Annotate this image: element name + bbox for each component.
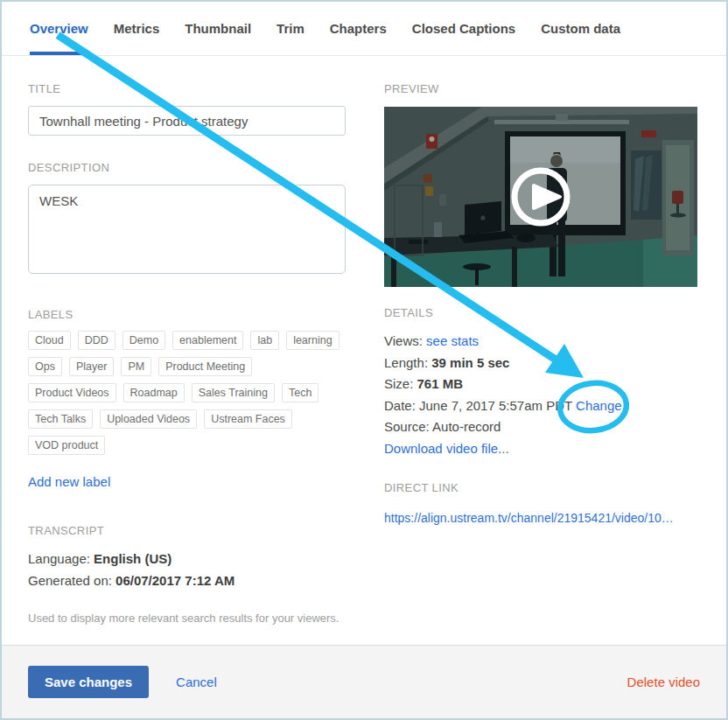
chip-row: Product Videos Roadmap Sales Training Te… bbox=[28, 383, 346, 402]
video-thumbnail-art bbox=[384, 107, 697, 287]
labels-chip-list: Cloud DDD Demo enablement lab learning O… bbox=[28, 331, 346, 455]
right-column: PREVIEW bbox=[384, 77, 697, 525]
label-chip[interactable]: Roadmap bbox=[123, 383, 185, 402]
date-label: Date: bbox=[384, 398, 419, 413]
title-input[interactable] bbox=[28, 106, 346, 136]
label-chip[interactable]: Demo bbox=[122, 331, 165, 350]
label-chip[interactable]: Tech Talks bbox=[28, 409, 93, 429]
label-chip[interactable]: enablement bbox=[172, 331, 243, 350]
direct-link-url[interactable]: https://align.ustream.tv/channel/2191542… bbox=[384, 511, 697, 525]
tab-closed-captions[interactable]: Closed Captions bbox=[412, 2, 515, 55]
label-chip[interactable]: Product Videos bbox=[28, 383, 116, 402]
source-label: Source: bbox=[384, 419, 432, 434]
footer-bar: Save changes Cancel Delete video bbox=[2, 645, 726, 718]
left-column: TITLE DESCRIPTION WESK LABELS Cloud DDD … bbox=[28, 77, 346, 625]
label-chip[interactable]: Tech bbox=[282, 383, 318, 402]
tab-custom-data[interactable]: Custom data bbox=[541, 2, 620, 55]
details-label: DETAILS bbox=[384, 306, 697, 319]
label-chip[interactable]: PM bbox=[121, 357, 151, 376]
label-chip[interactable]: lab bbox=[250, 331, 279, 350]
date-value: June 7, 2017 5:57am PDT bbox=[419, 398, 572, 413]
chip-row: VOD product bbox=[28, 436, 346, 455]
change-date-link[interactable]: Change bbox=[576, 398, 622, 413]
transcript-info: Language: English (US) Generated on: 06/… bbox=[28, 549, 346, 591]
transcript-label: TRANSCRIPT bbox=[28, 524, 346, 537]
views-label: Views: bbox=[384, 333, 426, 348]
label-chip[interactable]: Uploaded Videos bbox=[100, 409, 197, 429]
transcript-note: Used to display more relevant search res… bbox=[28, 612, 346, 625]
source-value: Auto-record bbox=[432, 419, 500, 434]
label-chip[interactable]: VOD product bbox=[28, 436, 105, 455]
tab-thumbnail[interactable]: Thumbnail bbox=[185, 2, 251, 55]
label-chip[interactable]: Player bbox=[69, 357, 114, 376]
label-chip[interactable]: Sales Training bbox=[192, 383, 275, 402]
download-video-link[interactable]: Download video file... bbox=[384, 441, 509, 456]
label-chip[interactable]: Product Meeting bbox=[158, 357, 252, 376]
tab-trim[interactable]: Trim bbox=[276, 2, 304, 55]
add-new-label-link[interactable]: Add new label bbox=[28, 474, 110, 489]
label-chip[interactable]: Ops bbox=[28, 357, 62, 376]
description-label: DESCRIPTION bbox=[28, 161, 346, 174]
transcript-language-label: Language: bbox=[28, 551, 94, 566]
tab-chapters[interactable]: Chapters bbox=[330, 2, 387, 55]
video-settings-panel: Overview Metrics Thumbnail Trim Chapters… bbox=[0, 0, 728, 720]
title-label: TITLE bbox=[28, 82, 346, 95]
tab-metrics[interactable]: Metrics bbox=[114, 2, 160, 55]
description-textarea[interactable]: WESK bbox=[28, 185, 346, 274]
preview-label: PREVIEW bbox=[384, 82, 697, 95]
label-chip[interactable]: Cloud bbox=[28, 331, 71, 350]
details-list: Views: see stats Length: 39 min 5 sec Si… bbox=[384, 331, 697, 459]
label-chip[interactable]: DDD bbox=[78, 331, 116, 350]
size-label: Size: bbox=[384, 376, 417, 391]
cancel-link[interactable]: Cancel bbox=[176, 675, 217, 689]
direct-link-label: DIRECT LINK bbox=[384, 481, 697, 494]
label-chip[interactable]: learning bbox=[286, 331, 339, 350]
label-chip[interactable]: Ustream Faces bbox=[204, 409, 292, 429]
size-value: 761 MB bbox=[417, 376, 464, 391]
transcript-generated-value: 06/07/2017 7:12 AM bbox=[116, 573, 234, 588]
transcript-generated-label: Generated on: bbox=[28, 573, 116, 588]
length-value: 39 min 5 sec bbox=[431, 355, 509, 370]
see-stats-link[interactable]: see stats bbox=[426, 333, 479, 348]
chip-row: Ops Player PM Product Meeting bbox=[28, 357, 346, 376]
tab-bar: Overview Metrics Thumbnail Trim Chapters… bbox=[2, 2, 726, 56]
length-label: Length: bbox=[384, 355, 431, 370]
labels-label: LABELS bbox=[28, 308, 346, 321]
delete-video-link[interactable]: Delete video bbox=[627, 675, 700, 689]
transcript-language-value: English (US) bbox=[94, 551, 172, 566]
tab-overview[interactable]: Overview bbox=[30, 2, 88, 55]
chip-row: Tech Talks Uploaded Videos Ustream Faces bbox=[28, 409, 346, 429]
chip-row: Cloud DDD Demo enablement lab learning bbox=[28, 331, 346, 350]
save-changes-button[interactable]: Save changes bbox=[28, 666, 149, 698]
video-thumbnail[interactable] bbox=[384, 107, 697, 287]
